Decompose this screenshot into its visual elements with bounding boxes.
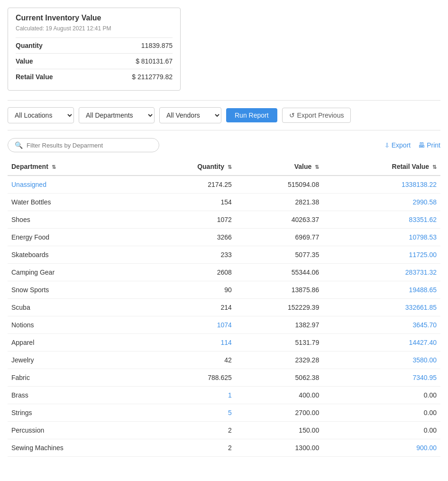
table-row: Shoes107240263.3783351.62 bbox=[8, 211, 440, 229]
export-icon: ⇩ bbox=[384, 142, 390, 149]
cell-value: 152229.39 bbox=[236, 299, 323, 316]
value-value: $ 810131.67 bbox=[136, 57, 173, 65]
cell-department[interactable]: Unassigned bbox=[8, 176, 141, 194]
cell-quantity: 154 bbox=[141, 194, 236, 211]
table-row: Apparel1145131.7914427.40 bbox=[8, 334, 440, 352]
table-row: Jewelry422329.283580.00 bbox=[8, 352, 440, 369]
cell-department: Fabric bbox=[8, 369, 141, 387]
cell-department: Brass bbox=[8, 387, 141, 404]
cell-quantity: 788.625 bbox=[141, 369, 236, 387]
value-row: Value $ 810131.67 bbox=[16, 53, 173, 69]
cell-quantity: 90 bbox=[141, 281, 236, 299]
filter-row: All Locations All Departments All Vendor… bbox=[8, 100, 440, 130]
cell-retail-value: 332661.85 bbox=[323, 299, 440, 316]
cell-department: Jewelry bbox=[8, 352, 141, 369]
col-value[interactable]: Value ⇅ bbox=[236, 158, 323, 176]
search-box: 🔍 bbox=[8, 138, 159, 152]
export-label: Export bbox=[392, 141, 411, 149]
col-department[interactable]: Department ⇅ bbox=[8, 158, 141, 176]
retail-label: Retail Value bbox=[16, 73, 53, 81]
run-report-button[interactable]: Run Report bbox=[226, 108, 277, 122]
sort-dept-icon: ⇅ bbox=[52, 164, 56, 170]
cell-quantity: 3266 bbox=[141, 229, 236, 246]
cell-value: 515094.08 bbox=[236, 176, 323, 194]
retail-value-row: Retail Value $ 2112779.82 bbox=[16, 69, 173, 84]
quantity-value: 11839.875 bbox=[141, 42, 173, 49]
export-prev-label: Export Previous bbox=[297, 111, 344, 119]
cell-retail-value: 83351.62 bbox=[323, 211, 440, 229]
summary-card: Current Inventory Value Calculated: 19 A… bbox=[8, 8, 181, 91]
table-row: Unassigned2174.25515094.081338138.22 bbox=[8, 176, 440, 194]
sort-qty-icon: ⇅ bbox=[228, 164, 232, 170]
table-row: Energy Food32666969.7710798.53 bbox=[8, 229, 440, 246]
cell-retail-value: 1338138.22 bbox=[323, 176, 440, 194]
cell-department: Snow Sports bbox=[8, 281, 141, 299]
search-actions-row: 🔍 ⇩ Export 🖶 Print bbox=[8, 138, 440, 152]
col-retail-value[interactable]: Retail Value ⇅ bbox=[323, 158, 440, 176]
cell-retail-value: 3645.70 bbox=[323, 316, 440, 334]
cell-quantity: 2 bbox=[141, 422, 236, 439]
cell-quantity: 1072 bbox=[141, 211, 236, 229]
cell-department: Apparel bbox=[8, 334, 141, 352]
cell-quantity: 2 bbox=[141, 439, 236, 457]
table-row: Scuba214152229.39332661.85 bbox=[8, 299, 440, 316]
cell-value: 55344.06 bbox=[236, 264, 323, 281]
cell-value: 6969.77 bbox=[236, 229, 323, 246]
cell-department: Scuba bbox=[8, 299, 141, 316]
table-body: Unassigned2174.25515094.081338138.22Wate… bbox=[8, 176, 440, 457]
vendors-select[interactable]: All Vendors bbox=[159, 107, 221, 123]
departments-select[interactable]: All Departments bbox=[79, 107, 155, 123]
locations-select[interactable]: All Locations bbox=[8, 107, 74, 123]
print-icon: 🖶 bbox=[418, 141, 425, 149]
cell-retail-value: 3580.00 bbox=[323, 352, 440, 369]
col-quantity[interactable]: Quantity ⇅ bbox=[141, 158, 236, 176]
print-link[interactable]: 🖶 Print bbox=[418, 141, 440, 149]
cell-department: Percussion bbox=[8, 422, 141, 439]
cell-quantity[interactable]: 1 bbox=[141, 387, 236, 404]
table-row: Percussion2150.000.00 bbox=[8, 422, 440, 439]
table-header: Department ⇅ Quantity ⇅ Value ⇅ Retail V… bbox=[8, 158, 440, 176]
cell-quantity[interactable]: 1074 bbox=[141, 316, 236, 334]
department-link[interactable]: Unassigned bbox=[11, 181, 46, 188]
search-icon: 🔍 bbox=[15, 141, 23, 149]
quantity-label: Quantity bbox=[16, 42, 43, 49]
cell-quantity: 2608 bbox=[141, 264, 236, 281]
cell-quantity[interactable]: 114 bbox=[141, 334, 236, 352]
cell-department: Camping Gear bbox=[8, 264, 141, 281]
table-row: Skateboards2335077.3511725.00 bbox=[8, 246, 440, 264]
cell-retail-value: 0.00 bbox=[323, 387, 440, 404]
actions-right: ⇩ Export 🖶 Print bbox=[384, 141, 440, 149]
cell-value: 1382.97 bbox=[236, 316, 323, 334]
cell-department: Sewing Machines bbox=[8, 439, 141, 457]
cell-department: Energy Food bbox=[8, 229, 141, 246]
search-input[interactable] bbox=[27, 142, 152, 149]
summary-title: Current Inventory Value bbox=[16, 14, 173, 22]
cell-retail-value: 7340.95 bbox=[323, 369, 440, 387]
value-label: Value bbox=[16, 57, 33, 65]
cell-retail-value: 900.00 bbox=[323, 439, 440, 457]
table-row: Strings52700.000.00 bbox=[8, 404, 440, 422]
table-row: Fabric788.6255062.387340.95 bbox=[8, 369, 440, 387]
quantity-row: Quantity 11839.875 bbox=[16, 37, 173, 53]
cell-quantity[interactable]: 5 bbox=[141, 404, 236, 422]
cell-department: Skateboards bbox=[8, 246, 141, 264]
cell-quantity: 42 bbox=[141, 352, 236, 369]
cell-quantity: 2174.25 bbox=[141, 176, 236, 194]
table-row: Water Bottles1542821.382990.58 bbox=[8, 194, 440, 211]
table-row: Camping Gear260855344.06283731.32 bbox=[8, 264, 440, 281]
cell-value: 5077.35 bbox=[236, 246, 323, 264]
export-previous-button[interactable]: ↺ Export Previous bbox=[282, 108, 351, 123]
export-link[interactable]: ⇩ Export bbox=[384, 141, 411, 149]
cell-value: 2329.28 bbox=[236, 352, 323, 369]
cell-retail-value: 11725.00 bbox=[323, 246, 440, 264]
cell-department: Shoes bbox=[8, 211, 141, 229]
print-label: Print bbox=[427, 141, 440, 149]
cell-value: 5131.79 bbox=[236, 334, 323, 352]
cell-retail-value: 14427.40 bbox=[323, 334, 440, 352]
sort-value-icon: ⇅ bbox=[315, 164, 319, 170]
cell-quantity: 233 bbox=[141, 246, 236, 264]
cell-value: 2821.38 bbox=[236, 194, 323, 211]
calculated-date: Calculated: 19 August 2021 12:41 PM bbox=[16, 25, 173, 32]
cell-value: 400.00 bbox=[236, 387, 323, 404]
cell-value: 40263.37 bbox=[236, 211, 323, 229]
